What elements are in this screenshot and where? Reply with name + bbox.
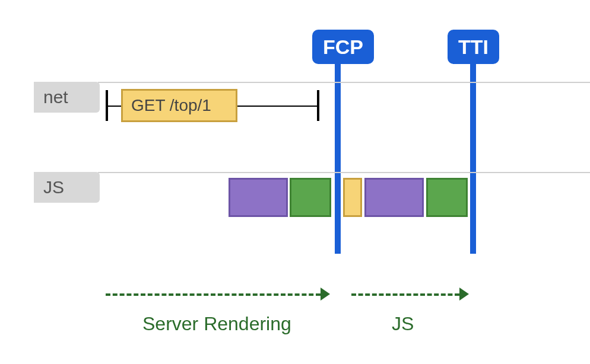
net-request-box: GET /top/1 — [121, 89, 237, 122]
fcp-marker-line — [335, 64, 341, 254]
tti-marker-label: TTI — [458, 36, 489, 59]
js-block-purple-2 — [364, 178, 424, 217]
tti-marker-line — [470, 64, 476, 254]
net-lane-label: net — [34, 82, 100, 113]
net-whisker-right — [237, 106, 317, 107]
phase-js-arrow-head — [459, 288, 469, 301]
js-block-purple-1 — [229, 178, 288, 217]
js-lane-label-text: JS — [43, 177, 64, 197]
js-block-green-2 — [426, 178, 468, 217]
js-block-green-1 — [290, 178, 331, 217]
phase-server-label-text: Server Rendering — [142, 313, 291, 334]
phase-server-arrow-head — [321, 288, 330, 301]
net-lane-label-text: net — [43, 87, 68, 107]
net-request-label: GET /top/1 — [131, 96, 211, 115]
fcp-marker-label: FCP — [323, 36, 363, 59]
fcp-marker-pill: FCP — [312, 30, 374, 64]
net-lane-line — [98, 82, 590, 83]
js-lane-label: JS — [34, 172, 100, 203]
phase-js-label-text: JS — [392, 313, 414, 334]
js-block-yellow — [343, 178, 362, 217]
js-lane-line — [98, 172, 590, 173]
phase-js-label: JS — [392, 313, 414, 335]
tti-marker-pill: TTI — [448, 30, 499, 64]
net-whisker-left — [108, 106, 121, 107]
phase-js-arrow — [351, 293, 459, 296]
phase-server-arrow — [106, 293, 321, 296]
phase-server-label: Server Rendering — [142, 313, 291, 335]
net-whisker-end-tick — [317, 90, 319, 121]
